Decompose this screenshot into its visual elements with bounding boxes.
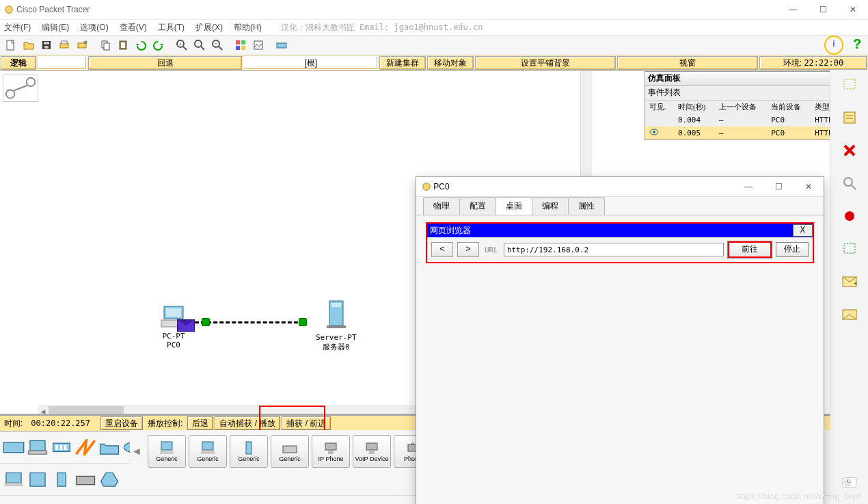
cat-components-icon[interactable] <box>51 438 72 457</box>
sub-2-icon[interactable] <box>27 470 49 489</box>
paste-icon[interactable] <box>115 37 131 53</box>
device-list-prev-icon[interactable]: ◄ <box>130 445 144 457</box>
close-button[interactable]: ✕ <box>838 0 868 19</box>
auto-capture-button[interactable]: 自动捕获 / 播放 <box>215 416 280 430</box>
url-input[interactable] <box>504 243 724 256</box>
stop-button[interactable]: 停止 <box>776 242 809 257</box>
back-button[interactable]: 回退 <box>88 56 242 70</box>
svg-point-46 <box>845 211 854 221</box>
print-icon[interactable] <box>56 37 72 53</box>
col-visible[interactable]: 可见. <box>645 101 674 114</box>
cat-end-devices-icon[interactable] <box>27 438 49 457</box>
redo-icon[interactable] <box>150 37 167 53</box>
copy-icon[interactable] <box>97 37 113 53</box>
cat-network-devices-icon[interactable] <box>3 438 25 457</box>
help-button[interactable]: ? <box>849 37 865 53</box>
viewport-button[interactable]: 视窗 <box>617 56 758 70</box>
set-background-button[interactable]: 设置平铺背景 <box>475 56 616 70</box>
tab-config[interactable]: 配置 <box>459 197 496 215</box>
col-time[interactable]: 时间(秒) <box>674 101 715 114</box>
menu-help[interactable]: 帮助(H) <box>234 22 262 34</box>
minimize-button[interactable]: — <box>778 0 808 19</box>
device-slot[interactable]: VoIP Device <box>353 435 391 468</box>
svg-rect-70 <box>202 442 213 450</box>
settings-icon[interactable] <box>74 37 90 53</box>
environment-cell[interactable]: 环境: 22:22:00 <box>759 56 867 70</box>
menu-extend[interactable]: 扩展(X) <box>195 22 223 34</box>
tab-programming[interactable]: 编程 <box>532 197 569 215</box>
zoom-in-icon[interactable]: + <box>174 37 190 53</box>
back-step-button[interactable]: 后退 <box>187 416 213 430</box>
new-cluster-button[interactable]: 新建集群 <box>379 56 426 70</box>
save-icon[interactable] <box>38 37 55 53</box>
palette-icon[interactable] <box>232 37 249 53</box>
pc0-maximize-button[interactable]: ☐ <box>763 177 794 196</box>
browser-titlebar[interactable]: 网页浏览器 X <box>427 224 813 237</box>
pc0-titlebar[interactable]: PC0 — ☐ ✕ <box>416 177 824 197</box>
go-button[interactable]: 前往 <box>728 241 772 258</box>
browser-close-button[interactable]: X <box>793 224 813 237</box>
svg-rect-38 <box>844 79 855 89</box>
open-file-icon[interactable] <box>21 37 37 53</box>
cat-connections-icon[interactable] <box>74 438 96 457</box>
reset-devices-button[interactable]: 重启设备 <box>100 416 143 430</box>
sub-5-icon[interactable] <box>98 470 120 489</box>
browser-back-button[interactable]: < <box>431 242 453 257</box>
menu-edit[interactable]: 编辑(E) <box>42 22 69 34</box>
undo-icon[interactable] <box>133 37 149 53</box>
device-server0[interactable]: Server-PT 服务器0 <box>316 298 357 352</box>
resize-tool-icon[interactable] <box>840 208 859 224</box>
delete-tool-icon[interactable] <box>840 142 859 159</box>
svg-rect-25 <box>254 41 262 49</box>
sub-3-icon[interactable] <box>51 470 72 489</box>
inspect-tool-icon[interactable] <box>840 175 859 191</box>
new-file-icon[interactable] <box>3 37 19 53</box>
logical-view-icon[interactable] <box>3 75 38 102</box>
device-slot[interactable]: Generic <box>148 435 186 468</box>
select-tool-icon[interactable] <box>840 77 859 93</box>
tab-attributes[interactable]: 属性 <box>568 197 605 215</box>
svg-rect-65 <box>30 473 45 486</box>
device-slot[interactable]: Generic <box>189 435 227 468</box>
simple-pdu-icon[interactable]: + <box>840 274 859 290</box>
zoom-out-icon[interactable]: − <box>209 37 226 53</box>
sub-1-icon[interactable] <box>3 470 25 489</box>
browser-forward-button[interactable]: > <box>457 242 479 257</box>
menu-file[interactable]: 文件(F) <box>4 22 31 34</box>
pc0-close-button[interactable]: ✕ <box>794 177 824 196</box>
col-prev[interactable]: 上一个设备 <box>715 101 768 114</box>
svg-rect-31 <box>166 308 181 317</box>
device-slot[interactable]: IP Phone <box>312 435 350 468</box>
pdu-envelope-icon[interactable] <box>177 319 195 332</box>
pc0-minimize-button[interactable]: — <box>733 177 763 196</box>
cat-misc-icon[interactable] <box>98 438 120 457</box>
info-button[interactable]: i <box>824 36 843 55</box>
col-cur[interactable]: 当前设备 <box>767 101 811 114</box>
realtime-sim-toggle-icon[interactable] <box>833 466 866 499</box>
menu-view[interactable]: 查看(V) <box>120 22 147 34</box>
capture-forward-button[interactable]: 捕获 / 前进 <box>282 416 331 430</box>
title-bar: Cisco Packet Tracer — ☐ ✕ <box>0 0 868 20</box>
device-slot[interactable]: Generic <box>271 435 309 468</box>
sub-4-icon[interactable] <box>74 470 96 489</box>
svg-rect-6 <box>62 41 67 44</box>
drawline-tool-icon[interactable] <box>840 241 859 257</box>
tab-desktop[interactable]: 桌面 <box>496 197 532 215</box>
custom-device-icon[interactable] <box>273 37 290 53</box>
note-tool-icon[interactable] <box>840 109 859 126</box>
connection-cable[interactable] <box>195 321 304 325</box>
zoom-reset-icon[interactable] <box>191 37 208 53</box>
device-slot[interactable]: Generic <box>230 435 268 468</box>
complex-pdu-icon[interactable] <box>840 306 859 323</box>
pc0-window[interactable]: PC0 — ☐ ✕ 物理 配置 桌面 编程 属性 网页浏览器 X < > URL… <box>416 176 824 504</box>
maximize-button[interactable]: ☐ <box>808 0 838 19</box>
drawing-icon[interactable] <box>250 37 267 53</box>
logic-mode-label[interactable]: 逻辑 <box>1 56 36 70</box>
svg-line-14 <box>183 47 187 50</box>
svg-rect-71 <box>201 451 215 454</box>
tab-physical[interactable]: 物理 <box>423 197 460 215</box>
environment-time: 22:22:00 <box>804 58 843 68</box>
menu-tools[interactable]: 工具(T) <box>158 22 185 34</box>
menu-options[interactable]: 选项(O) <box>80 22 108 34</box>
move-object-button[interactable]: 移动对象 <box>427 56 474 70</box>
